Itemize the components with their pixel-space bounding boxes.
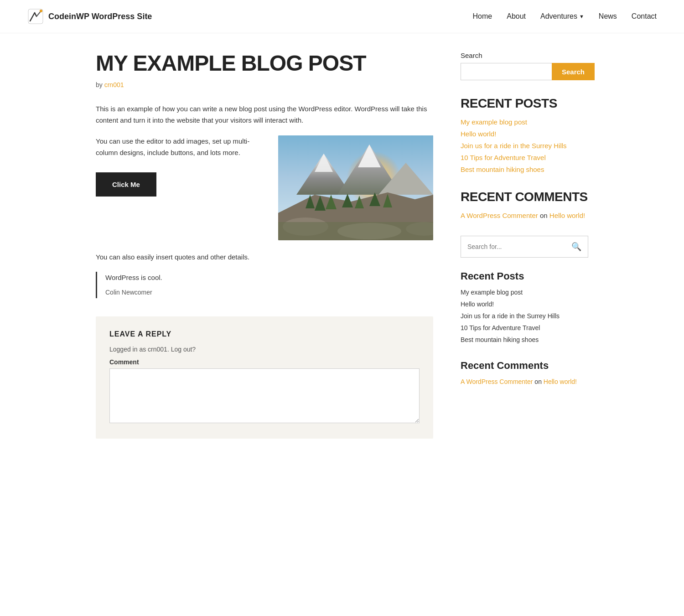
list-item[interactable]: Best mountain hiking shoes (461, 336, 588, 343)
recent-post-link-3[interactable]: Join us for a ride in the Surrey Hills (461, 142, 567, 150)
search-widget-1: Search Search (461, 52, 588, 80)
post-meta-by: by (96, 81, 103, 88)
list-item[interactable]: My example blog post (461, 289, 588, 296)
comment-textarea[interactable] (109, 368, 420, 423)
site-title-text: CodeinWP WordPress Site (48, 12, 152, 21)
blockquote: WordPress is cool. Colin Newcomer (96, 272, 433, 298)
nav-home[interactable]: Home (473, 12, 492, 21)
list-item[interactable]: Join us for a ride in the Surrey Hills (461, 142, 588, 150)
comment-on-text-1: on (540, 212, 549, 219)
recent-comments-title-2: Recent Comments (461, 360, 588, 372)
nav-news[interactable]: News (599, 12, 617, 21)
chevron-down-icon: ▼ (579, 14, 584, 19)
nav-contact[interactable]: Contact (632, 12, 657, 21)
post-mountain-image (278, 135, 433, 240)
recent-post-link-4[interactable]: 10 Tips for Adventure Travel (461, 154, 546, 161)
quote-text: WordPress is cool. (105, 272, 433, 284)
sidebar: Search Search RECENT POSTS My example bl… (461, 52, 588, 439)
recent-post-link-2[interactable]: Hello world! (461, 130, 496, 138)
svg-point-4 (40, 10, 42, 12)
search-widget-label: Search (461, 52, 588, 59)
post-text-col: You can use the editor to add images, se… (96, 135, 264, 201)
recent-comment-text-2: A WordPress Commenter on Hello world! (461, 378, 588, 385)
recent-posts-list-1: My example blog post Hello world! Join u… (461, 118, 588, 174)
list-item[interactable]: Hello world! (461, 130, 588, 138)
comment-post-link-2[interactable]: Hello world! (544, 378, 577, 385)
comment-section: LEAVE A REPLY Logged in as crn001. Log o… (96, 316, 433, 439)
comment-section-title: LEAVE A REPLY (109, 330, 420, 338)
post-paragraph-2: You can use the editor to add images, se… (96, 135, 264, 159)
search-button-1[interactable]: Search (552, 63, 595, 80)
recent-posts-widget-1: RECENT POSTS My example blog post Hello … (461, 97, 588, 174)
recent-posts-widget-2: Recent Posts My example blog post Hello … (461, 270, 588, 343)
blockquote-section: WordPress is cool. Colin Newcomer (96, 272, 433, 298)
post-author-link[interactable]: crn001 (104, 81, 124, 88)
comment-label: Comment (109, 358, 420, 366)
click-me-button[interactable]: Click Me (96, 172, 156, 197)
main-content: MY EXAMPLE BLOG POST by crn001 This is a… (96, 52, 433, 439)
logged-in-text: Logged in as crn001. Log out? (109, 346, 420, 353)
main-nav: Home About Adventures ▼ News Contact (473, 12, 657, 21)
svg-rect-32 (278, 222, 433, 240)
quote-cite: Colin Newcomer (105, 289, 152, 296)
nav-about[interactable]: About (507, 12, 526, 21)
recent-post-link-5[interactable]: Best mountain hiking shoes (461, 166, 544, 173)
list-item[interactable]: Best mountain hiking shoes (461, 166, 588, 174)
site-content: MY EXAMPLE BLOG POST by crn001 This is a… (68, 33, 616, 457)
logo-icon (27, 8, 44, 25)
search-input-1[interactable] (461, 63, 552, 80)
search-widget-2: 🔍 (461, 236, 588, 258)
list-item[interactable]: 10 Tips for Adventure Travel (461, 324, 588, 331)
post-paragraph-3: You can also easily insert quotes and ot… (96, 251, 433, 263)
post-title: MY EXAMPLE BLOG POST (96, 52, 433, 76)
post-body: This is an example of how you can write … (96, 103, 433, 298)
recent-comments-title-1: RECENT COMMENTS (461, 190, 588, 204)
list-item[interactable]: 10 Tips for Adventure Travel (461, 154, 588, 162)
post-two-col: You can use the editor to add images, se… (96, 135, 433, 240)
recent-posts-title-1: RECENT POSTS (461, 97, 588, 111)
list-item[interactable]: Join us for a ride in the Surrey Hills (461, 312, 588, 320)
recent-posts-list-2: My example blog post Hello world! Join u… (461, 289, 588, 343)
search-form-1: Search (461, 63, 588, 80)
recent-post-link-1[interactable]: My example blog post (461, 118, 527, 126)
site-header: CodeinWP WordPress Site Home About Adven… (0, 0, 684, 33)
search-icon[interactable]: 🔍 (565, 236, 588, 257)
recent-comments-widget-2: Recent Comments A WordPress Commenter on… (461, 360, 588, 385)
search-input-2[interactable] (461, 238, 565, 256)
list-item[interactable]: My example blog post (461, 118, 588, 126)
nav-adventures-label: Adventures (540, 12, 577, 21)
comment-on-text-2: on (534, 378, 543, 385)
post-paragraph-1: This is an example of how you can write … (96, 103, 433, 126)
recent-posts-title-2: Recent Posts (461, 270, 588, 282)
site-logo[interactable]: CodeinWP WordPress Site (27, 8, 152, 25)
commenter-link-2[interactable]: A WordPress Commenter (461, 378, 533, 385)
post-meta: by crn001 (96, 81, 433, 88)
recent-comment-text-1: A WordPress Commenter on Hello world! (461, 212, 588, 219)
comment-post-link-1[interactable]: Hello world! (549, 212, 585, 219)
commenter-link-1[interactable]: A WordPress Commenter (461, 212, 538, 219)
recent-comments-widget-1: RECENT COMMENTS A WordPress Commenter on… (461, 190, 588, 219)
list-item[interactable]: Hello world! (461, 300, 588, 308)
nav-adventures[interactable]: Adventures ▼ (540, 12, 584, 21)
